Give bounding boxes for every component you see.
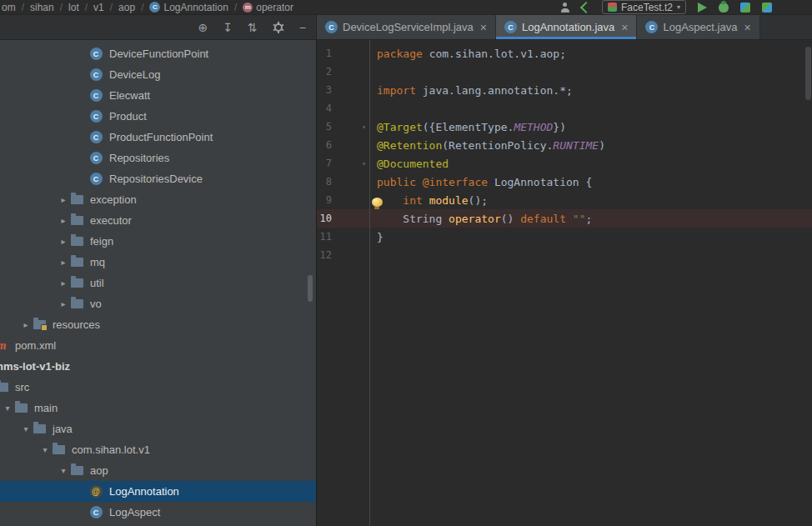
debug-bug-icon[interactable] xyxy=(719,3,729,13)
gutter[interactable]: 4 xyxy=(317,99,369,118)
code-editor[interactable]: 1package com.sihan.lot.v1.aop;23import j… xyxy=(317,40,812,526)
breadcrumb-item-logannotation[interactable]: CLogAnnotation xyxy=(149,2,228,13)
close-icon[interactable]: × xyxy=(480,22,487,33)
code-line[interactable]: 1package com.sihan.lot.v1.aop; xyxy=(317,44,812,63)
gutter[interactable]: 10 xyxy=(317,209,369,228)
chevron-collapsed-icon[interactable]: ▸ xyxy=(57,299,70,308)
tree-item-elecwatt[interactable]: CElecwatt xyxy=(0,85,316,106)
tree-item-mq[interactable]: ▸mq xyxy=(0,252,316,273)
tree-item-devicefunctionpoint[interactable]: CDeviceFunctionPoint xyxy=(0,43,316,64)
tree-item-hms-lot-v1-biz[interactable]: ▾hms-lot-v1-biz xyxy=(0,356,316,377)
tree-item-main[interactable]: ▾main xyxy=(0,398,316,418)
line-number[interactable]: 12 xyxy=(320,249,332,261)
run-button[interactable] xyxy=(698,3,707,13)
gutter[interactable]: 6 xyxy=(317,136,369,154)
line-number[interactable]: 8 xyxy=(326,176,332,188)
tree-item-com-sihan-lot-v1[interactable]: ▾com.sihan.lot.v1 xyxy=(0,439,316,460)
line-number[interactable]: 3 xyxy=(326,84,332,96)
close-icon[interactable]: × xyxy=(621,22,628,33)
line-number[interactable]: 5 xyxy=(326,121,332,133)
gutter[interactable]: 11 xyxy=(317,228,369,246)
gutter[interactable]: 12 xyxy=(317,246,369,264)
code-line[interactable]: 2 xyxy=(317,63,812,81)
chevron-collapsed-icon[interactable]: ▸ xyxy=(19,320,33,329)
chevron-collapsed-icon[interactable]: ▸ xyxy=(57,278,70,288)
settings-gear-icon[interactable] xyxy=(273,22,284,33)
expand-all-icon[interactable]: ↧ xyxy=(223,22,233,33)
tree-item-product[interactable]: CProduct xyxy=(0,106,316,127)
breadcrumb-item-operator[interactable]: moperator xyxy=(243,2,293,13)
line-number[interactable]: 9 xyxy=(326,194,332,206)
code-line[interactable]: 4 xyxy=(317,99,812,118)
tab-logannotation-java[interactable]: CLogAnnotation.java× xyxy=(496,15,638,39)
tree-item-aop[interactable]: ▾aop xyxy=(0,460,316,481)
gutter[interactable]: 2 xyxy=(317,63,369,81)
run-config-select[interactable]: FaceTest.t2 ▾ xyxy=(602,0,686,14)
tree-item-src[interactable]: ▾src xyxy=(0,377,316,398)
collapse-all-icon[interactable]: ⇅ xyxy=(248,22,258,33)
chevron-expanded-icon[interactable]: ▾ xyxy=(19,424,33,433)
gutter[interactable]: 5▾ xyxy=(317,118,369,136)
editor-scrollbar-thumb[interactable] xyxy=(805,47,811,100)
line-number[interactable]: 10 xyxy=(320,213,332,224)
breadcrumb-item-v1[interactable]: v1 xyxy=(93,2,104,13)
gutter[interactable]: 1 xyxy=(317,44,369,63)
breadcrumb-item-lot[interactable]: lot xyxy=(68,2,79,13)
code-line[interactable]: 3import java.lang.annotation.*; xyxy=(317,81,812,99)
profiler-icon[interactable] xyxy=(762,3,772,13)
code-line[interactable]: 10 String operator() default ""; xyxy=(317,209,812,228)
line-number[interactable]: 6 xyxy=(326,139,332,151)
tree-item-devicelog[interactable]: CDeviceLog xyxy=(0,64,316,85)
tree-item-exception[interactable]: ▸exception xyxy=(0,189,316,210)
tree-item-logannotation[interactable]: @LogAnnotation xyxy=(0,481,316,502)
code-line[interactable]: 9 int module(); xyxy=(317,191,812,209)
tree-item-pom-xml[interactable]: mpom.xml xyxy=(0,335,316,356)
line-number[interactable]: 1 xyxy=(326,48,332,59)
breadcrumb-item-aop[interactable]: aop xyxy=(118,2,135,13)
fold-marker-icon[interactable]: ▾ xyxy=(362,160,366,168)
users-icon[interactable] xyxy=(560,3,570,13)
chevron-collapsed-icon[interactable]: ▸ xyxy=(57,237,70,246)
gutter[interactable]: 8 xyxy=(317,173,369,191)
intention-bulb-icon[interactable] xyxy=(372,198,383,209)
line-number[interactable]: 11 xyxy=(320,231,332,243)
tree-item-logaspect[interactable]: CLogAspect xyxy=(0,502,316,523)
tree-item-feign[interactable]: ▸feign xyxy=(0,231,316,252)
breadcrumb-item-sihan[interactable]: sihan xyxy=(30,2,54,13)
coverage-icon[interactable] xyxy=(740,3,750,13)
breadcrumb-item-om[interactable]: om xyxy=(2,2,16,13)
code-line[interactable]: 5▾@Target({ElementType.METHOD}) xyxy=(317,118,812,136)
tree-item-repositories[interactable]: CRepositories xyxy=(0,148,316,168)
tree-item-repositoriesdevice[interactable]: CRepositoriesDevice xyxy=(0,168,316,189)
chevron-collapsed-icon[interactable]: ▸ xyxy=(57,258,70,267)
chevron-collapsed-icon[interactable]: ▸ xyxy=(57,216,70,225)
tree-item-vo[interactable]: ▸vo xyxy=(0,293,316,314)
tree-item-productfunctionpoint[interactable]: CProductFunctionPoint xyxy=(0,127,316,148)
tree-item-executor[interactable]: ▸executor xyxy=(0,210,316,231)
chevron-expanded-icon[interactable]: ▾ xyxy=(1,403,14,413)
tree-item-util[interactable]: ▸util xyxy=(0,273,316,293)
code-line[interactable]: 7▾@Documented xyxy=(317,154,812,173)
tab-devicelogserviceimpl-java[interactable]: CDeviceLogServiceImpl.java× xyxy=(317,15,496,39)
hide-panel-icon[interactable]: − xyxy=(299,22,306,33)
gutter[interactable]: 9 xyxy=(317,191,369,209)
chevron-collapsed-icon[interactable]: ▸ xyxy=(57,195,70,204)
line-number[interactable]: 4 xyxy=(326,103,332,114)
line-number[interactable]: 2 xyxy=(326,66,332,78)
tab-logaspect-java[interactable]: CLogAspect.java× xyxy=(637,15,759,39)
code-line[interactable]: 12 xyxy=(317,246,812,264)
close-icon[interactable]: × xyxy=(744,22,750,33)
project-scrollbar-thumb[interactable] xyxy=(308,275,313,302)
code-line[interactable]: 6@Retention(RetentionPolicy.RUNTIME) xyxy=(317,136,812,154)
chevron-expanded-icon[interactable]: ▾ xyxy=(57,466,70,475)
gutter[interactable]: 3 xyxy=(317,81,369,99)
back-arrow-icon[interactable] xyxy=(580,2,592,13)
locate-file-icon[interactable]: ⊕ xyxy=(198,22,208,33)
code-line[interactable]: 8public @interface LogAnnotation { xyxy=(317,173,812,191)
code-line[interactable]: 11} xyxy=(317,228,812,246)
chevron-expanded-icon[interactable]: ▾ xyxy=(38,445,52,454)
tree-item-java[interactable]: ▾java xyxy=(0,418,316,439)
tree-item-resources[interactable]: ▸resources xyxy=(0,314,316,335)
line-number[interactable]: 7 xyxy=(326,158,332,169)
gutter[interactable]: 7▾ xyxy=(317,154,369,173)
